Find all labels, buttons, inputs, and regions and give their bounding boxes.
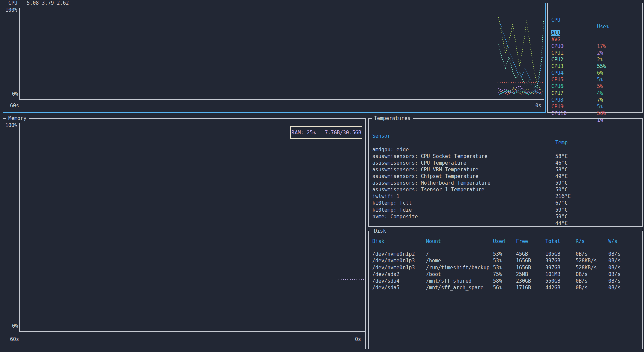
disk-row[interactable]: /dev/sda4 /mnt/sff_shared 58% 230GB 550G…	[372, 278, 641, 284]
ram-legend-box: RAM: 25% 7.7GB/30.5GB	[290, 126, 362, 139]
disk-mount: /mnt/sff_shared	[426, 278, 493, 284]
cpu-graph-panel[interactable]: CPU ─ 5.08 3.79 2.62 100% 0% 60s 0s	[3, 3, 546, 113]
cpu-panel-title: CPU ─ 5.08 3.79 2.62	[6, 0, 71, 6]
disk-total: 397GB	[545, 264, 576, 271]
disk-device: /dev/sda5	[372, 284, 426, 291]
temperature-row[interactable]: asuswmisensors: CPU Socket Temperature 4…	[372, 146, 637, 153]
temperature-row[interactable]: amdgpu: edge 58°C	[372, 139, 637, 146]
cpu-legend-row[interactable]: CPU2 55%	[551, 50, 639, 56]
disk-write-rate: 0B/s	[608, 264, 641, 271]
disk-row[interactable]: /dev/nvme0n1p3 /home 53% 165GB 397GB 528…	[372, 257, 641, 264]
cpu-legend-row[interactable]: CPU1 2%	[551, 43, 639, 50]
temperatures-panel[interactable]: Temperatures Sensor Temp amdgpu: edge 58…	[368, 118, 643, 227]
disk-header-row: Disk Mount Used Free Total R/s W/s	[372, 238, 641, 245]
cpu-legend-panel[interactable]: CPU Use% All AVG 17% CPU0 2% CPU1 2%	[547, 3, 643, 113]
disk-used: 56%	[493, 284, 516, 291]
disk-write-rate: 0B/s	[608, 251, 641, 257]
cpu-legend-row[interactable]: CPU4 5%	[551, 63, 639, 70]
cpu-legend-row[interactable]: CPU9 50%	[551, 97, 639, 103]
memory-graph	[20, 123, 365, 331]
temperature-row[interactable]: asuswmisensors: Tsensor 1 Temperature 21…	[372, 180, 637, 186]
disk-write-rate: 0B/s	[608, 271, 641, 278]
memory-panel[interactable]: Memory 100% 0% RAM: 25% 7.7GB/30.5GB 60s…	[3, 118, 366, 349]
free-column-header: Free	[516, 238, 545, 245]
disk-read-rate: 528KB/s	[576, 257, 608, 264]
total-column-header: Total	[545, 238, 576, 245]
disk-panel-title: Disk	[372, 228, 388, 234]
mount-column-header: Mount	[426, 238, 493, 245]
disk-row[interactable]: /dev/nvme0n1p2 / 53% 45GB 105GB 0B/s 0B/…	[372, 251, 641, 257]
memory-ymax-label: 100%	[5, 122, 19, 129]
cpu-legend-row[interactable]: CPU5 5%	[551, 70, 639, 76]
sensor-name: nvme: Composite	[372, 213, 418, 220]
disk-total: 105GB	[545, 251, 576, 257]
cpu-legend-row[interactable]: CPU0 2%	[551, 36, 639, 43]
disk-mount: /mnt/sff_arch_spare	[426, 284, 493, 291]
memory-xright-label: 0s	[355, 336, 361, 343]
used-column-header: Used	[493, 238, 516, 245]
write-rate-column-header: W/s	[608, 238, 641, 245]
disk-free: 25MB	[516, 271, 545, 278]
cpu-x-axis	[19, 99, 544, 100]
disk-mount: /home	[426, 257, 493, 264]
disk-row[interactable]: /dev/sda5 /mnt/sff_arch_spare 56% 171GB …	[372, 284, 641, 291]
memory-xleft-label: 60s	[10, 336, 19, 343]
temperature-row[interactable]: asuswmisensors: CPU VRM Temperature 49°C	[372, 160, 637, 166]
cpu-graph	[20, 8, 544, 99]
temperature-row[interactable]: asuswmisensors: Motherboard Temperature …	[372, 173, 637, 180]
sensor-temp: 59°C	[555, 213, 568, 220]
temperature-row[interactable]: iwlwifi_1 67°C	[372, 186, 637, 193]
memory-panel-title: Memory	[6, 115, 29, 122]
sensor-temp: 44°C	[555, 220, 568, 227]
cpu-legend-row[interactable]: CPU7 7%	[551, 83, 639, 90]
cpu-legend-row[interactable]: CPU3 6%	[551, 56, 639, 63]
disk-free: 165GB	[516, 264, 545, 271]
temperature-row[interactable]: asuswmisensors: CPU Temperature 58°C	[372, 153, 637, 160]
disk-total: 397GB	[545, 257, 576, 264]
temps-rows: amdgpu: edge 58°C asuswmisensors: CPU So…	[372, 139, 637, 213]
cpu-core-usage: 50%	[597, 110, 606, 117]
disk-total: 550GB	[545, 278, 576, 284]
disk-free: 230GB	[516, 278, 545, 284]
cpu-legend-row[interactable]: AVG 17%	[551, 30, 639, 36]
disk-mount: /run/timeshift/backup	[426, 264, 493, 271]
cpu-legend-row[interactable]: All	[551, 23, 639, 30]
temperature-row[interactable]: k10temp: Tdie 59°C	[372, 200, 637, 207]
disk-device: /dev/sda2	[372, 271, 426, 278]
disk-write-rate: 0B/s	[608, 257, 641, 264]
disk-read-rate: 0B/s	[576, 271, 608, 278]
cpu-xleft-label: 60s	[10, 102, 19, 109]
cpu-legend-row[interactable]: CPU6 4%	[551, 76, 639, 83]
disk-free: 45GB	[516, 251, 545, 257]
temperatures-panel-title: Temperatures	[372, 115, 413, 122]
disk-panel[interactable]: Disk Disk Mount Used Free Total R/s W/s …	[368, 231, 643, 349]
temperature-row[interactable]: asuswmisensors: Chipset Temperature 59°C	[372, 166, 637, 173]
disk-used: 58%	[493, 278, 516, 284]
cpu-column-header: CPU	[551, 17, 560, 23]
disk-mount: /boot	[426, 271, 493, 278]
disk-row[interactable]: /dev/nvme0n1p3 /run/timeshift/backup 53%…	[372, 264, 641, 271]
cpu-legend-rows: All AVG 17% CPU0 2% CPU1 2% CPU2 55%	[551, 23, 639, 110]
cpu-core-label: CPU10	[551, 110, 567, 117]
temperature-row[interactable]: nvme: Composite 44°C	[372, 207, 637, 213]
disk-mount: /	[426, 251, 493, 257]
disk-device: /dev/nvme0n1p2	[372, 251, 426, 257]
disk-free: 165GB	[516, 257, 545, 264]
disk-free: 171GB	[516, 284, 545, 291]
temps-header-row: Sensor Temp	[372, 126, 637, 133]
cpu-legend-header: CPU Use%	[551, 10, 639, 17]
cpu-ymin-label: 0%	[5, 91, 18, 97]
cpu-legend-row[interactable]: CPU8 5%	[551, 90, 639, 97]
disk-read-rate: 528KB/s	[576, 264, 608, 271]
terminal-screen: { "colors": { "bg": "#222734", "border":…	[0, 0, 644, 352]
read-rate-column-header: R/s	[576, 238, 608, 245]
disk-used: 75%	[493, 271, 516, 278]
disk-read-rate: 0B/s	[576, 284, 608, 291]
cpu-xright-label: 0s	[535, 102, 541, 109]
disk-used: 53%	[493, 257, 516, 264]
temperature-row[interactable]: k10temp: Tctl 59°C	[372, 193, 637, 200]
disk-column-header: Disk	[372, 238, 426, 245]
cpu-legend-row[interactable]: CPU10 1%	[551, 103, 639, 110]
disk-row[interactable]: /dev/sda2 /boot 75% 25MB 101MB 0B/s 0B/s	[372, 271, 641, 278]
disk-rows: /dev/nvme0n1p2 / 53% 45GB 105GB 0B/s 0B/…	[372, 251, 641, 291]
